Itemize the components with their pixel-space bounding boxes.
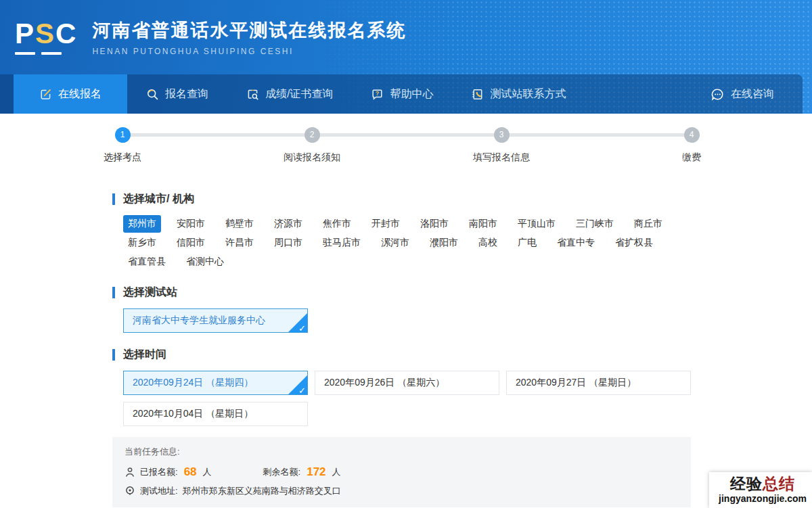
city-option[interactable]: 商丘市: [629, 215, 667, 233]
check-icon: ✓: [298, 323, 306, 333]
page: PSC 河南省普通话水平测试在线报名系统 HENAN PUTONGHUA SHU…: [0, 0, 812, 508]
progress-steps: 1 选择考点 2 阅读报名须知 3 填写报名信息 4 缴费: [0, 127, 812, 177]
psc-logo-bars: [15, 52, 77, 55]
step-label: 缴费: [682, 152, 701, 164]
date-option[interactable]: 2020年09月24日 （星期四） ✓: [123, 371, 308, 395]
step-1: 1 选择考点: [104, 127, 141, 164]
task-info-title: 当前任务信息:: [125, 446, 679, 458]
nav-item-register-query[interactable]: 报名查询: [127, 74, 227, 114]
edit-icon: [39, 88, 52, 101]
remaining-unit: 人: [332, 466, 341, 478]
registered-label: 已报名额:: [140, 466, 178, 478]
station-option[interactable]: 河南省大中专学生就业服务中心 ✓: [123, 308, 308, 333]
city-option[interactable]: 南阳市: [464, 215, 502, 233]
city-option[interactable]: 信阳市: [172, 234, 210, 252]
city-option[interactable]: 焦作市: [318, 215, 356, 233]
date-label: 2020年09月26日 （星期六）: [324, 377, 445, 389]
date-option[interactable]: 2020年10月04日 （星期日）: [123, 402, 308, 426]
nav-items: 在线报名 报名查询 成绩/证书查询 ? 帮助中心 测试站联系方式 在线咨询: [0, 74, 812, 114]
title-accent-bar: [112, 349, 115, 361]
help-icon: ?: [371, 88, 384, 101]
city-option[interactable]: 省测中心: [181, 253, 229, 271]
doc-search-icon: [246, 88, 259, 101]
station-section-title-text: 选择测试站: [123, 285, 177, 300]
date-list: 2020年09月24日 （星期四） ✓ 2020年09月26日 （星期六） 20…: [123, 371, 692, 426]
watermark-domain: jingyanzongjie.com: [719, 493, 807, 504]
time-section-title-text: 选择时间: [123, 348, 166, 362]
nav-item-label: 在线报名: [58, 87, 102, 101]
city-section-title: 选择城市/ 机构: [112, 192, 691, 206]
task-info-box: 当前任务信息: 已报名额: 68 人 剩余名额: 172 人: [112, 437, 691, 507]
quota-row: 已报名额: 68 人 剩余名额: 172 人: [125, 465, 679, 479]
registered-value: 68: [184, 465, 197, 479]
step-label: 填写报名信息: [473, 152, 530, 164]
step-3: 3 填写报名信息: [473, 127, 530, 164]
nav-item-score-cert-query[interactable]: 成绩/证书查询: [227, 74, 352, 114]
city-option[interactable]: 省直中专: [552, 234, 600, 252]
city-option[interactable]: 济源市: [269, 215, 307, 233]
city-option[interactable]: 濮阳市: [425, 234, 463, 252]
nav-item-online-register[interactable]: 在线报名: [14, 74, 127, 114]
header: PSC 河南省普通话水平测试在线报名系统 HENAN PUTONGHUA SHU…: [0, 0, 812, 74]
nav-item-label: 测试站联系方式: [490, 87, 566, 101]
city-option[interactable]: 开封市: [367, 215, 405, 233]
time-section: 选择时间 2020年09月24日 （星期四） ✓ 2020年09月26日 （星期…: [112, 348, 691, 426]
check-icon: ✓: [298, 386, 306, 395]
step-label: 阅读报名须知: [284, 152, 340, 164]
city-option[interactable]: 许昌市: [221, 234, 258, 252]
psc-logo-text: PSC: [15, 20, 77, 48]
nav-item-station-contact[interactable]: 测试站联系方式: [452, 74, 585, 114]
nav-item-help-center[interactable]: ? 帮助中心: [352, 74, 452, 114]
date-label: 2020年10月04日 （星期日）: [133, 408, 253, 420]
psc-logo: PSC: [15, 20, 77, 55]
city-option[interactable]: 漯河市: [376, 234, 414, 252]
step-label: 选择考点: [104, 152, 141, 164]
location-pin-icon: [125, 486, 135, 497]
city-option[interactable]: 郑州市: [123, 215, 161, 233]
nav-item-label: 成绩/证书查询: [265, 87, 333, 101]
city-option[interactable]: 省直管县: [123, 253, 171, 271]
date-option[interactable]: 2020年09月26日 （星期六）: [315, 371, 499, 395]
title-accent-bar: [112, 193, 115, 205]
registered-unit: 人: [203, 466, 212, 478]
date-option[interactable]: 2020年09月27日 （星期日）: [506, 371, 691, 395]
station-name: 河南省大中专学生就业服务中心: [133, 315, 265, 327]
city-option[interactable]: 高校: [474, 234, 502, 252]
step-number: 3: [494, 127, 510, 143]
step-2: 2 阅读报名须知: [284, 127, 340, 164]
step-4: 4 缴费: [682, 127, 701, 164]
search-icon: [146, 88, 159, 101]
remaining-label: 剩余名额:: [263, 466, 301, 478]
navbar: 在线报名 报名查询 成绩/证书查询 ? 帮助中心 测试站联系方式 在线咨询: [0, 74, 812, 114]
watermark: 经验总结 jingyanzongjie.com: [709, 472, 812, 508]
city-option[interactable]: 三门峡市: [571, 215, 618, 233]
address-value: 郑州市郑东新区义苑南路与相济路交叉口: [183, 485, 341, 497]
city-option[interactable]: 平顶山市: [513, 215, 560, 233]
step-number: 1: [115, 127, 131, 143]
nav-item-label: 帮助中心: [390, 87, 433, 101]
city-option[interactable]: 鹤壁市: [221, 215, 258, 233]
city-option[interactable]: 新乡市: [123, 234, 161, 252]
nav-item-online-consult[interactable]: 在线咨询: [692, 74, 793, 114]
site-title-wrap: 河南省普通话水平测试在线报名系统 HENAN PUTONGHUA SHUIPIN…: [92, 18, 406, 56]
city-section-title-text: 选择城市/ 机构: [123, 192, 194, 206]
watermark-cn: 经验总结: [719, 476, 807, 492]
time-section-title: 选择时间: [112, 348, 691, 362]
city-option[interactable]: 周口市: [269, 234, 307, 252]
task-info-section: 当前任务信息: 已报名额: 68 人 剩余名额: 172 人: [112, 437, 691, 507]
svg-text:?: ?: [376, 90, 380, 97]
city-option[interactable]: 洛阳市: [415, 215, 453, 233]
title-accent-bar: [112, 287, 115, 298]
address-label: 测试地址:: [140, 485, 178, 497]
city-option[interactable]: 驻马店市: [318, 234, 365, 252]
city-list: 郑州市安阳市鹤壁市济源市焦作市开封市洛阳市南阳市平顶山市三门峡市商丘市新乡市信阳…: [123, 215, 691, 271]
step-number: 2: [304, 127, 320, 143]
city-option[interactable]: 省扩权县: [610, 234, 658, 252]
city-option[interactable]: 安阳市: [172, 215, 210, 233]
station-section-title: 选择测试站: [112, 285, 691, 300]
date-label: 2020年09月27日 （星期日）: [516, 377, 636, 389]
city-option[interactable]: 广电: [513, 234, 541, 252]
top-banner: PSC 河南省普通话水平测试在线报名系统 HENAN PUTONGHUA SHU…: [0, 0, 812, 114]
step-connector-line: [122, 133, 692, 137]
person-icon: [125, 467, 135, 478]
